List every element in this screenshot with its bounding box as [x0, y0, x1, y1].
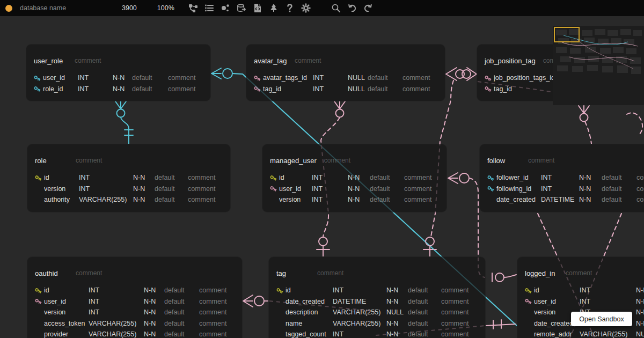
field-nullability: N-N [579, 174, 602, 181]
field-nullability: N-N [636, 286, 644, 294]
table-row[interactable]: following_idINTN-Ndefaultcomment [480, 183, 644, 195]
table-oauthid[interactable]: oauthidcommentidINTN-Ndefaultcommentuser… [27, 256, 243, 338]
table-header[interactable]: rolecomment [27, 154, 230, 167]
table-row[interactable]: idINTN-Ndefaultcomment [27, 285, 242, 296]
table-row[interactable]: idINTN-Ndefaultcomment [27, 172, 230, 183]
field-comment: comment [199, 330, 235, 338]
field-nullability: NULL [386, 308, 408, 316]
table-row[interactable]: role_idINTN-Ndefaultcomment [26, 84, 210, 95]
table-managed_user[interactable]: managed_usercommentidINTN-Ndefaultcommen… [262, 144, 447, 212]
field-comment: comment [199, 286, 235, 294]
field-type: INT [313, 74, 348, 82]
field-name: user_id [279, 185, 312, 193]
key-icon [34, 85, 43, 92]
table-row[interactable]: descriptionVARCHAR(255)NULLdefaultcommen… [269, 307, 485, 318]
table-row[interactable]: date_createdDATETIMEN-Ndefaultcomment [480, 194, 644, 205]
table-header[interactable]: logged_incomment [517, 267, 644, 280]
table-row[interactable]: idINTN-Ndefaultcomment [517, 285, 644, 296]
field-name: id [286, 286, 333, 294]
scatter-icon[interactable] [221, 3, 230, 13]
table-row[interactable]: access_tokenVARCHAR(255)N-Ndefaultcommen… [27, 318, 242, 329]
open-sandbox-button[interactable]: Open Sandbox [571, 312, 632, 326]
table-tag[interactable]: tagcommentidINTN-Ndefaultcommentdate_cre… [268, 256, 486, 338]
table-row[interactable]: versionINTN-Ndefaultcomment [262, 194, 447, 205]
minimap-preview [553, 26, 644, 105]
field-nullability: NULL [348, 74, 368, 82]
table-row[interactable]: versionINTN-Ndefaultcomment [27, 307, 242, 318]
field-type: VARCHAR(255) [89, 330, 144, 338]
tree-icon[interactable] [269, 3, 279, 13]
field-default: default [370, 174, 404, 181]
field-default: default [368, 74, 402, 82]
canvas-size-value[interactable]: 3900 [122, 4, 137, 12]
table-name: oauthid [35, 269, 68, 277]
field-nullability: N-N [636, 308, 644, 316]
table-user_role[interactable]: user_rolecommentuser_idINTN-Ndefaultcomm… [26, 44, 211, 101]
field-name: remote_addr [534, 330, 580, 338]
field-type: DATETIME [333, 298, 386, 305]
table-row[interactable]: user_idINTN-Ndefaultcomment [26, 72, 210, 84]
table-header[interactable]: oauthidcomment [27, 267, 242, 280]
table-row[interactable]: tag_idINTNULLdefaultcomment [246, 84, 445, 95]
field-name: version [279, 196, 312, 203]
settings-gear-icon[interactable] [301, 3, 311, 13]
toolbar: database name 3900 100% [0, 0, 644, 16]
table-row[interactable]: versionINTN-Ndefaultcomment [27, 183, 230, 195]
redo-icon[interactable] [363, 3, 373, 13]
key-icon [270, 174, 279, 181]
field-type: VARCHAR(255) [79, 196, 133, 203]
field-comment: comment [441, 286, 478, 294]
table-avatar_tag[interactable]: avatar_tagcommentavatar_tags_idINTNULLde… [246, 44, 445, 101]
table-row[interactable]: remote_addrVARCHAR(255)NULLdefaultcommen… [517, 329, 644, 338]
code-file-icon[interactable] [253, 3, 262, 13]
zoom-level-value[interactable]: 100% [157, 4, 174, 12]
relations-icon[interactable] [188, 3, 198, 13]
field-default: default [602, 185, 636, 193]
field-comment: comment [188, 185, 223, 193]
table-header[interactable]: user_rolecomment [26, 54, 210, 67]
list-icon[interactable] [204, 3, 214, 13]
field-type: INT [333, 330, 386, 338]
field-default: default [408, 286, 441, 294]
table-row[interactable]: user_idINTN-Ndefaultcomment [262, 183, 447, 195]
undo-icon[interactable] [347, 3, 357, 13]
table-header[interactable]: followcomment [480, 154, 644, 167]
search-icon[interactable] [331, 3, 341, 13]
field-nullability: N-N [133, 185, 155, 193]
table-row[interactable]: idINTN-Ndefaultcomment [262, 172, 447, 183]
key-icon [485, 85, 494, 92]
table-row[interactable]: idINTN-Ndefaultcomment [269, 285, 485, 296]
table-row[interactable]: providerVARCHAR(255)N-Ndefaultcomment [27, 329, 242, 338]
field-type: INT [89, 286, 144, 294]
field-nullability: N-N [133, 174, 155, 181]
field-comment: comment [168, 85, 203, 93]
table-role[interactable]: rolecommentidINTN-Ndefaultcommentversion… [27, 144, 231, 212]
table-follow[interactable]: followcommentfollower_idINTN-Ndefaultcom… [479, 144, 644, 212]
field-name: id [44, 286, 89, 294]
table-row[interactable]: nameVARCHAR(255)N-Ndefaultcomment [269, 318, 485, 329]
table-header[interactable]: avatar_tagcomment [246, 54, 445, 67]
table-row[interactable]: authorityVARCHAR(255)N-Ndefaultcomment [27, 194, 230, 205]
database-name-input[interactable]: database name [20, 4, 84, 12]
field-name: authority [44, 196, 79, 203]
table-row[interactable]: user_idINTN-Ndefaultcomment [517, 296, 644, 307]
table-row[interactable]: date_createdDATETIMEN-Ndefaultcomment [269, 296, 485, 307]
field-nullability: N-N [348, 174, 370, 181]
field-default: default [155, 174, 188, 181]
table-row[interactable]: follower_idINTN-Ndefaultcomment [480, 172, 644, 183]
help-icon[interactable] [285, 3, 295, 13]
status-dot[interactable] [5, 5, 12, 12]
table-row[interactable]: tagged_countINTN-Ndefaultcomment [269, 329, 485, 338]
table-row[interactable]: avatar_tags_idINTNULLdefaultcomment [246, 72, 445, 84]
field-name: id [279, 174, 312, 181]
minimap[interactable] [553, 26, 644, 105]
table-comment: comment [75, 57, 101, 64]
database-export-icon[interactable] [237, 3, 246, 13]
field-name: version [44, 308, 89, 316]
table-header[interactable]: tagcomment [269, 267, 485, 280]
table-row[interactable]: user_idINTN-Ndefaultcomment [27, 296, 242, 307]
table-header[interactable]: managed_usercomment [262, 154, 447, 167]
field-comment: comment [402, 85, 437, 93]
field-type: VARCHAR(255) [89, 320, 144, 327]
field-comment: comment [402, 74, 437, 82]
